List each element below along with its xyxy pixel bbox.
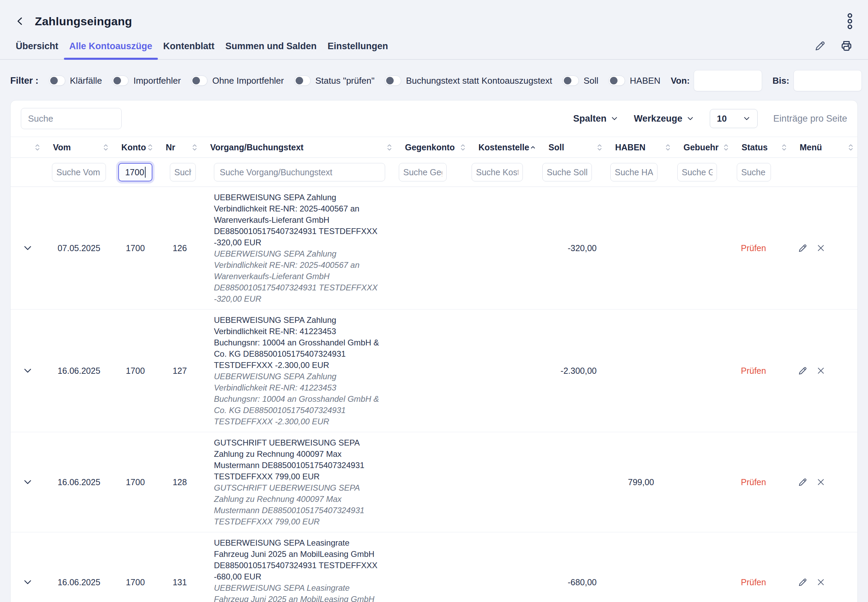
kontoauszugstext: UEBERWEISUNG SEPA Zahlung Verbindlichkei… bbox=[214, 371, 384, 427]
filter-gebuehr-input[interactable] bbox=[678, 163, 717, 181]
spalten-dropdown[interactable]: Spalten bbox=[573, 114, 618, 124]
row-edit-button[interactable] bbox=[797, 243, 808, 253]
row-edit-button[interactable] bbox=[797, 477, 808, 487]
sort-asc-icon[interactable] bbox=[530, 143, 540, 151]
sort-icon[interactable] bbox=[724, 143, 733, 151]
toggle-label: HABEN bbox=[630, 75, 661, 86]
toggle-buchungstext[interactable] bbox=[385, 75, 401, 86]
table-row: 16.06.2025 1700 128 GUTSCHRIFT UEBERWEIS… bbox=[11, 432, 857, 532]
filter-vom-input[interactable] bbox=[52, 163, 106, 181]
toggle-haben[interactable] bbox=[608, 75, 625, 86]
page-size-select[interactable]: 10 bbox=[710, 109, 757, 128]
sort-icon[interactable] bbox=[35, 143, 45, 151]
tab-summen-und-salden[interactable]: Summen und Salden bbox=[220, 36, 322, 59]
tab-uebersicht[interactable]: Übersicht bbox=[10, 36, 64, 59]
row-delete-button[interactable] bbox=[816, 366, 826, 375]
table-header-row: Vom Konto Nr Vorgang/Buchungstext Gegenk… bbox=[11, 137, 857, 158]
row-edit-button[interactable] bbox=[797, 577, 808, 587]
column-header-kostenstelle: Kostenstelle bbox=[470, 137, 540, 158]
spalten-label: Spalten bbox=[573, 114, 607, 124]
sort-icon[interactable] bbox=[597, 143, 607, 151]
toggle-ohne-importfehler[interactable] bbox=[191, 75, 207, 86]
row-edit-button[interactable] bbox=[797, 366, 808, 376]
column-header-gebuehr: Gebuehr bbox=[675, 137, 733, 158]
text-cursor bbox=[145, 167, 146, 178]
toggle-soll[interactable] bbox=[562, 75, 579, 86]
entries-per-page-label: Einträge pro Seite bbox=[773, 114, 847, 124]
cell-konto: 1700 bbox=[113, 432, 158, 532]
filter-toggle-soll: Soll bbox=[562, 75, 598, 86]
row-expand-button[interactable] bbox=[23, 366, 32, 375]
row-delete-button[interactable] bbox=[816, 477, 826, 487]
sort-icon[interactable] bbox=[665, 143, 675, 151]
x-icon bbox=[816, 243, 826, 253]
cell-haben bbox=[607, 310, 675, 432]
filter-haben-input[interactable] bbox=[610, 163, 658, 181]
filter-konto-input[interactable]: 1700 bbox=[118, 163, 152, 181]
toggle-knob bbox=[114, 77, 121, 84]
sort-icon[interactable] bbox=[782, 143, 791, 151]
print-button[interactable] bbox=[840, 39, 853, 52]
cell-haben bbox=[607, 187, 675, 309]
filter-nr-input[interactable] bbox=[170, 163, 196, 181]
row-expand-button[interactable] bbox=[23, 243, 32, 253]
cell-gebuehr bbox=[675, 532, 733, 602]
cell-kostenstelle bbox=[470, 310, 540, 432]
row-expand-button[interactable] bbox=[23, 477, 32, 487]
table-row: 07.05.2025 1700 126 UEBERWEISUNG SEPA Za… bbox=[11, 187, 857, 310]
cell-kostenstelle bbox=[470, 532, 540, 602]
sort-icon[interactable] bbox=[103, 143, 113, 151]
tab-kontenblatt[interactable]: Kontenblatt bbox=[158, 36, 220, 59]
buchungstext: UEBERWEISUNG SEPA Zahlung Verbindlichkei… bbox=[214, 314, 384, 371]
werkzeuge-dropdown[interactable]: Werkzeuge bbox=[634, 114, 694, 124]
more-options-button[interactable] bbox=[847, 12, 853, 30]
filter-gegenkonto-input[interactable] bbox=[399, 163, 447, 181]
cell-menu bbox=[791, 310, 858, 432]
toggle-importfehler[interactable] bbox=[112, 75, 129, 86]
toolbar-right: Spalten Werkzeuge 10 Einträge pro Seite bbox=[573, 109, 847, 128]
search-input[interactable] bbox=[21, 108, 122, 129]
chevron-left-icon bbox=[15, 16, 25, 26]
status-badge[interactable]: Prüfen bbox=[741, 477, 766, 487]
status-badge[interactable]: Prüfen bbox=[741, 366, 766, 376]
filter-status-input[interactable] bbox=[737, 163, 771, 181]
chevron-down-icon bbox=[743, 115, 750, 122]
cell-gegenkonto bbox=[397, 310, 470, 432]
status-badge[interactable]: Prüfen bbox=[741, 243, 766, 253]
back-button[interactable] bbox=[15, 16, 25, 26]
filter-bar: Filter : Klärfälle Importfehler Ohne Imp… bbox=[0, 60, 868, 100]
von-input[interactable] bbox=[694, 70, 762, 91]
row-expand-button[interactable] bbox=[23, 577, 32, 587]
sort-icon[interactable] bbox=[147, 143, 158, 151]
buchungstext: UEBERWEISUNG SEPA Leasingrate Fahrzeug J… bbox=[214, 537, 384, 582]
tab-einstellungen[interactable]: Einstellungen bbox=[322, 36, 394, 59]
table-row: 16.06.2025 1700 127 UEBERWEISUNG SEPA Za… bbox=[11, 310, 857, 432]
cell-soll bbox=[540, 432, 607, 532]
filter-vorgang-input[interactable] bbox=[214, 163, 385, 181]
column-header-status: Status bbox=[733, 137, 791, 158]
sort-icon[interactable] bbox=[848, 143, 858, 151]
sort-icon[interactable] bbox=[460, 143, 470, 151]
tab-alle-kontoauszuege[interactable]: Alle Kontoauszüge bbox=[64, 36, 158, 59]
row-delete-button[interactable] bbox=[816, 577, 826, 587]
toggle-status-pruefen[interactable] bbox=[294, 75, 310, 86]
status-badge[interactable]: Prüfen bbox=[741, 577, 766, 587]
chevron-down-icon bbox=[687, 115, 694, 122]
toggle-klaerfaelle[interactable] bbox=[49, 75, 65, 86]
filter-kostenstelle-input[interactable] bbox=[472, 163, 523, 181]
filter-soll-input[interactable] bbox=[542, 163, 592, 181]
filter-label: Filter : bbox=[10, 75, 38, 86]
cell-konto: 1700 bbox=[113, 532, 158, 602]
bis-label: Bis: bbox=[772, 75, 789, 86]
cell-vorgang: UEBERWEISUNG SEPA Zahlung Verbindlichkei… bbox=[202, 187, 397, 309]
sort-icon[interactable] bbox=[192, 143, 202, 151]
statements-table-card: Spalten Werkzeuge 10 Einträge pro Seite … bbox=[10, 100, 858, 602]
edit-button[interactable] bbox=[814, 40, 826, 52]
cell-konto: 1700 bbox=[113, 187, 158, 309]
bis-input[interactable] bbox=[794, 70, 862, 91]
pencil-icon bbox=[797, 577, 808, 587]
cell-menu bbox=[791, 432, 858, 532]
row-delete-button[interactable] bbox=[816, 243, 826, 253]
cell-vorgang: GUTSCHRIFT UEBERWEISUNG SEPA Zahlung zu … bbox=[202, 432, 397, 532]
sort-icon[interactable] bbox=[387, 143, 397, 151]
